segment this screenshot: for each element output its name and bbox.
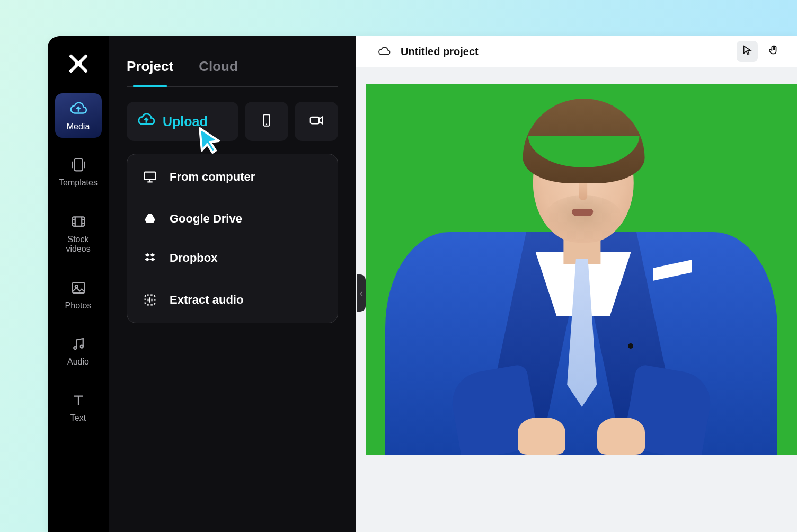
iconbar-item-photos[interactable]: Photos (55, 272, 102, 317)
iconbar-item-audio[interactable]: Audio (55, 329, 102, 373)
record-camera-button[interactable] (295, 102, 338, 141)
iconbar-item-label: Photos (65, 301, 92, 311)
panel-collapse-handle[interactable]: ‹ (357, 274, 366, 312)
google-drive-icon (142, 211, 158, 227)
iconbar-item-templates[interactable]: Templates (55, 149, 102, 194)
upload-dropdown: From computer Google Drive (127, 154, 338, 323)
select-tool-button[interactable] (737, 41, 758, 62)
tab-project[interactable]: Project (127, 49, 173, 86)
divider (139, 279, 326, 279)
iconbar-item-label: Text (70, 413, 86, 423)
person-illustration (385, 100, 777, 455)
cloud-upload-icon (69, 100, 87, 118)
upload-button-label: Upload (163, 114, 208, 129)
iconbar-item-text[interactable]: Text (55, 385, 102, 429)
image-icon (69, 279, 87, 297)
greenscreen-video-preview[interactable] (366, 84, 797, 455)
chevron-left-icon: ‹ (360, 288, 363, 299)
dropdown-from-computer[interactable]: From computer (127, 157, 338, 197)
dropdown-extract-audio[interactable]: Extract audio (127, 280, 338, 320)
svg-rect-2 (72, 217, 84, 226)
camera-icon (307, 112, 325, 130)
iconbar-item-label: Audio (67, 357, 89, 367)
svg-rect-3 (72, 282, 84, 293)
upload-from-phone-button[interactable] (245, 102, 288, 141)
phone-icon (260, 111, 273, 131)
right-panel: Untitled project (356, 36, 797, 532)
iconbar-item-label: Templates (59, 178, 98, 188)
app-window: Media Templates Stock (48, 36, 797, 532)
templates-icon (69, 156, 87, 174)
media-tabs: Project Cloud (127, 49, 338, 87)
monitor-icon (142, 169, 158, 185)
left-dark-panel: Media Templates Stock (48, 36, 356, 532)
text-icon (69, 391, 87, 409)
media-column: Project Cloud Upload (109, 36, 356, 532)
svg-rect-0 (75, 62, 82, 65)
dropdown-item-label: Google Drive (170, 212, 242, 226)
iconbar-item-label: Media (67, 122, 90, 131)
cloud-sync-icon[interactable] (377, 45, 391, 58)
cursor-icon (741, 45, 753, 58)
tool-iconbar: Media Templates Stock (48, 36, 109, 532)
hand-icon (768, 45, 780, 58)
canvas-tool-group (737, 41, 784, 62)
iconbar-item-media[interactable]: Media (55, 93, 102, 138)
music-icon (69, 335, 87, 353)
canvas-area[interactable] (356, 67, 797, 532)
app-logo (68, 53, 89, 74)
upload-row: Upload (127, 102, 338, 141)
divider (139, 198, 326, 198)
dropdown-dropbox[interactable]: Dropbox (127, 238, 338, 278)
cloud-upload-icon (137, 111, 155, 132)
tab-cloud[interactable]: Cloud (199, 49, 238, 86)
svg-point-5 (74, 347, 76, 349)
svg-rect-1 (74, 159, 82, 171)
dropdown-item-label: Dropbox (170, 251, 217, 265)
film-icon (69, 212, 87, 230)
project-title[interactable]: Untitled project (401, 46, 727, 58)
dropdown-item-label: From computer (170, 170, 255, 184)
svg-rect-8 (311, 117, 319, 124)
iconbar-item-stock-videos[interactable]: Stock videos (55, 206, 102, 261)
top-bar: Untitled project (356, 36, 797, 67)
svg-rect-9 (145, 172, 156, 180)
iconbar-item-label: Stock videos (55, 235, 102, 254)
dropbox-icon (142, 250, 158, 266)
dropdown-google-drive[interactable]: Google Drive (127, 199, 338, 238)
extract-audio-icon (142, 292, 158, 308)
svg-point-6 (80, 345, 83, 348)
upload-button[interactable]: Upload (127, 102, 238, 141)
dropdown-item-label: Extract audio (170, 293, 243, 307)
hand-tool-button[interactable] (763, 41, 784, 62)
